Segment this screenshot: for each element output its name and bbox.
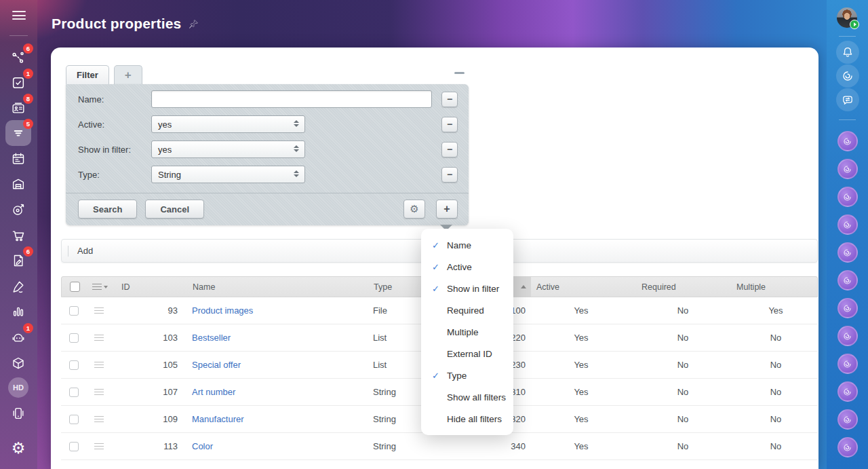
filter-row-active: Active: yes − (78, 115, 458, 133)
remove-type-filter-button[interactable]: − (441, 167, 458, 183)
sidebar-item-design[interactable] (5, 274, 31, 299)
sidebar-item-mobile-app[interactable] (5, 400, 31, 426)
store-icon[interactable] (837, 242, 858, 263)
menu-item-hide-all-filters[interactable]: Hide all filters (421, 408, 513, 430)
property-id: 107 (113, 387, 184, 397)
menu-item-show-all-filters[interactable]: Show all filters (421, 386, 513, 408)
row-checkbox[interactable] (69, 306, 79, 316)
menu-item-active[interactable]: ✓Active (421, 256, 513, 278)
store-icon[interactable] (837, 354, 858, 374)
remove-name-filter-button[interactable]: − (441, 92, 458, 107)
add-filter-field-button[interactable]: + (436, 200, 458, 219)
notifications-button[interactable] (836, 41, 859, 64)
property-name-link[interactable]: Color (192, 441, 213, 451)
field-label: Show in filter: (78, 145, 151, 155)
remove-show-in-filter-button[interactable]: − (441, 142, 458, 157)
sidebar-item-tasks[interactable]: 1 (5, 70, 31, 96)
sidebar-item-cart[interactable] (5, 223, 31, 248)
store-icon[interactable] (837, 298, 858, 318)
sidebar-item-storage[interactable] (5, 171, 31, 197)
store-icon[interactable] (837, 381, 858, 402)
store-icon[interactable] (837, 270, 858, 290)
divider (839, 36, 856, 37)
property-name-link[interactable]: Manufacturer (192, 414, 244, 424)
column-header-multiple[interactable]: Multiple (734, 282, 818, 292)
filter-row-name: Name: − (78, 90, 458, 108)
show-in-filter-select[interactable]: yes (151, 140, 305, 158)
menu-item-type[interactable]: ✓Type (421, 364, 513, 386)
property-name-link[interactable]: Special offer (192, 360, 241, 370)
row-checkbox[interactable] (69, 360, 79, 370)
sidebar-item-assistant[interactable]: 1 (5, 324, 31, 350)
menu-icon[interactable] (12, 11, 26, 20)
drag-handle-icon[interactable] (94, 416, 104, 423)
active-filter-select[interactable]: yes (151, 115, 305, 133)
filter-settings-button[interactable]: ⚙ (403, 200, 425, 219)
check-icon: ✓ (432, 284, 439, 294)
storefront-hub-button[interactable] (836, 64, 859, 88)
store-icon[interactable] (837, 131, 858, 151)
menu-item-name[interactable]: ✓Name (421, 234, 513, 256)
calendar-icon (11, 151, 26, 166)
property-name-link[interactable]: Bestseller (192, 333, 231, 343)
select-all-checkbox[interactable] (70, 282, 80, 292)
column-header-active[interactable]: Active (531, 282, 633, 292)
name-filter-input[interactable] (151, 90, 432, 108)
column-header-required[interactable]: Required (633, 282, 734, 292)
type-filter-select[interactable]: String (151, 166, 305, 183)
store-icon[interactable] (837, 159, 858, 179)
tab-filter[interactable]: Filter (66, 65, 109, 84)
filter-row-type: Type: String − (78, 166, 458, 183)
robot-icon (11, 330, 26, 345)
cancel-button[interactable]: Cancel (145, 200, 204, 219)
property-id: 93 (113, 305, 184, 316)
sidebar-item-hd[interactable]: HD (5, 375, 31, 400)
add-button[interactable]: Add (77, 246, 93, 256)
property-active: Yes (530, 305, 632, 316)
row-checkbox[interactable] (69, 415, 79, 424)
bulk-actions-menu[interactable] (86, 284, 113, 290)
sidebar-item-statistics[interactable] (5, 299, 31, 324)
row-checkbox[interactable] (69, 388, 79, 397)
store-icon[interactable] (837, 214, 858, 235)
divider (9, 35, 28, 36)
drag-handle-icon[interactable] (94, 335, 104, 341)
drag-handle-icon[interactable] (94, 307, 104, 314)
menu-item-multiple[interactable]: Multiple (421, 321, 513, 343)
sidebar-item-flow[interactable]: 6 (5, 45, 31, 71)
store-icon[interactable] (837, 437, 858, 457)
user-avatar[interactable] (837, 7, 857, 28)
menu-item-required[interactable]: Required (421, 299, 513, 321)
collapse-panel-icon[interactable] (454, 72, 465, 74)
row-checkbox[interactable] (69, 333, 79, 343)
property-name-link[interactable]: Art number (192, 387, 235, 397)
sidebar-item-products[interactable] (5, 350, 31, 376)
row-checkbox[interactable] (69, 442, 79, 451)
sidebar-item-marketing[interactable] (5, 197, 31, 223)
pin-icon[interactable] (188, 18, 199, 30)
column-header-id[interactable]: ID (113, 282, 185, 292)
search-button[interactable]: Search (78, 200, 137, 219)
menu-item-show-in-filter[interactable]: ✓Show in filter (421, 278, 513, 299)
menu-item-external-id[interactable]: External ID (421, 343, 513, 364)
sidebar-item-planner[interactable] (5, 146, 31, 172)
store-icon[interactable] (837, 187, 858, 207)
store-icon[interactable] (837, 326, 858, 346)
sidebar-item-contacts[interactable]: 8 (5, 95, 31, 121)
drag-handle-icon[interactable] (94, 362, 104, 369)
remove-active-filter-button[interactable]: − (441, 117, 458, 132)
chat-swap-icon (841, 93, 854, 107)
add-filter-tab-button[interactable]: + (114, 65, 142, 84)
store-icon[interactable] (837, 409, 858, 430)
property-name-link[interactable]: Product images (192, 305, 253, 316)
drag-handle-icon[interactable] (94, 389, 104, 396)
hd-avatar: HD (8, 377, 28, 398)
drag-handle-icon[interactable] (94, 443, 104, 450)
conversations-button[interactable] (836, 88, 859, 111)
column-header-name[interactable]: Name (185, 282, 358, 292)
sidebar-item-orders[interactable]: 6 (5, 248, 31, 274)
sidebar-item-settings[interactable]: ⚙ (5, 435, 31, 461)
property-id: 113 (113, 441, 184, 451)
spiral-icon (841, 69, 854, 83)
sidebar-item-filters-active[interactable]: 5 (5, 120, 31, 146)
